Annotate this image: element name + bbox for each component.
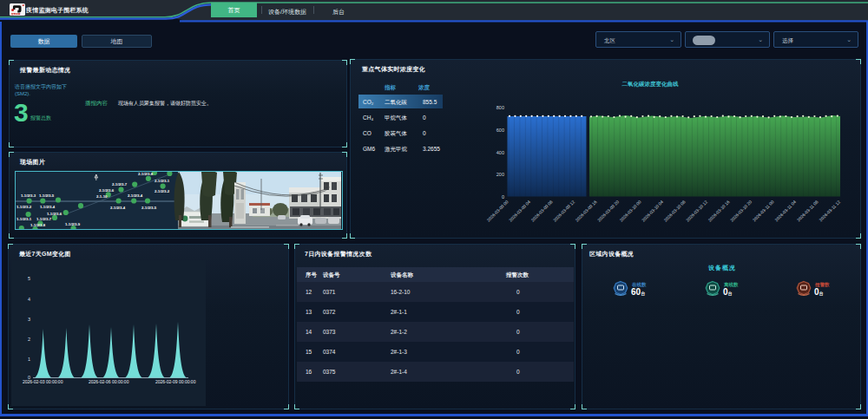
svg-text:2026-03-10 00: 2026-03-10 00 [618,199,641,222]
svg-text:400: 400 [496,150,504,155]
svg-text:胶装气体: 胶装气体 [384,130,408,136]
svg-text:2026-03-09 20: 2026-03-09 20 [596,199,620,222]
svg-text:浓度: 浓度 [418,84,431,91]
svg-text:激光甲烷: 激光甲烷 [385,146,408,153]
svg-text:二氧化碳浓度变化曲线: 二氧化碳浓度变化曲线 [621,81,680,88]
svg-text:2026-03-10 16: 2026-03-10 16 [707,199,730,222]
svg-text:2026-03-11 00: 2026-03-11 00 [752,199,775,222]
svg-text:2026-03-09 00: 2026-03-09 00 [485,199,509,222]
svg-text:1-1/2/3-7: 1-1/2/3-7 [36,217,52,221]
svg-text:2026-03-11 08: 2026-03-11 08 [796,199,819,222]
svg-text:甲烷气体: 甲烷气体 [385,115,408,121]
svg-text:2026-03-10 04: 2026-03-10 04 [641,199,664,222]
svg-text:指标: 指标 [384,84,397,91]
svg-text:1-1/2/3-3: 1-1/2/3-3 [21,193,36,198]
svg-text:1-1/2/3-4: 1-1/2/3-4 [40,205,56,209]
svg-text:2-1-10: 2-1-10 [96,194,108,199]
svg-text:1-1/2/3-5: 1-1/2/3-5 [39,193,55,198]
svg-text:CO₂: CO₂ [363,99,374,105]
svg-text:600: 600 [496,128,504,133]
svg-text:2026-03-09 04: 2026-03-09 04 [508,199,531,222]
svg-text:0: 0 [502,194,504,200]
svg-text:0台: 0台 [723,287,733,297]
svg-text:2-1/2/3-4: 2-1/2/3-4 [128,193,143,198]
svg-text:2026-03-09 08: 2026-03-09 08 [529,199,553,222]
svg-text:2-1/2/3-2: 2-1/2/3-2 [155,189,170,193]
svg-text:二氧化碳: 二氧化碳 [385,99,408,106]
svg-text:2026-03-11 04: 2026-03-11 04 [773,199,797,222]
svg-text:2026-03-10 08: 2026-03-10 08 [662,199,686,222]
svg-text:3.2655: 3.2655 [423,146,440,152]
svg-text:2-1/2/3-8: 2-1/2/3-8 [138,172,154,176]
svg-text:2-1/2/3-7: 2-1/2/3-7 [112,182,128,187]
svg-text:疫情监测: 疫情监测 [10,12,21,16]
svg-text:0台: 0台 [814,287,824,297]
svg-text:855.5: 855.5 [423,99,437,105]
svg-text:2026-03-10 20: 2026-03-10 20 [729,199,753,222]
svg-text:1-1/2/3-9: 1-1/2/3-9 [65,222,81,226]
svg-text:3: 3 [28,317,30,322]
svg-text:2026-03-10 12: 2026-03-10 12 [685,199,708,222]
svg-text:1-1/2/3-8: 1-1/2/3-8 [30,223,46,227]
svg-text:GM6: GM6 [363,146,375,152]
svg-text:0: 0 [423,130,426,136]
svg-text:CH₄: CH₄ [363,115,373,121]
svg-text:200: 200 [496,172,504,177]
svg-text:1: 1 [28,357,30,362]
svg-text:2026-02-03 00:00:00: 2026-02-03 00:00:00 [23,379,63,384]
svg-text:800: 800 [496,105,504,110]
svg-text:1-1/2/3-1: 1-1/2/3-1 [16,217,32,221]
svg-text:2026-03-11 12: 2026-03-11 12 [818,199,841,222]
svg-text:0: 0 [423,115,426,121]
svg-text:4: 4 [28,297,30,302]
svg-text:2026-02-09 00:00:00: 2026-02-09 00:00:00 [155,379,196,384]
svg-text:2026-02-06 00:00:00: 2026-02-06 00:00:00 [89,379,129,384]
svg-text:2-1/2/3-6: 2-1/2/3-6 [99,188,115,193]
svg-text:2-1/2/3-5: 2-1/2/3-5 [141,206,157,210]
svg-text:1-1/2/3-2: 1-1/2/3-2 [16,205,32,209]
svg-text:60台: 60台 [631,287,645,297]
svg-text:2-1/2/3-4: 2-1/2/3-4 [110,206,126,210]
svg-text:2026-03-09 12: 2026-03-09 12 [552,199,575,222]
svg-text:CO: CO [363,130,372,136]
svg-text:2-1/2/3-1: 2-1/2/3-1 [155,179,170,183]
svg-text:2026-03-09 16: 2026-03-09 16 [574,199,597,222]
svg-text:5: 5 [28,276,30,281]
svg-text:1-1/2/3-6: 1-1/2/3-6 [47,212,62,216]
svg-text:2: 2 [28,337,30,342]
